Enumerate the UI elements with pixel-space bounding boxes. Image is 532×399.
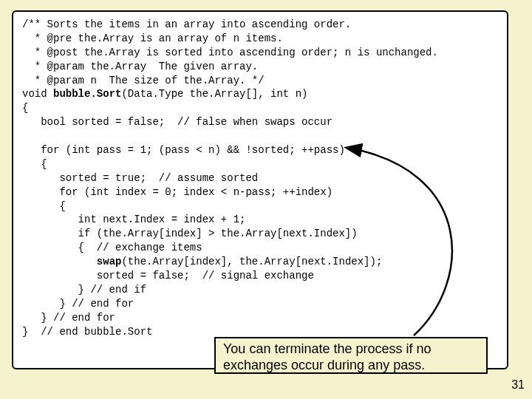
callout-line-1: You can terminate the process if no — [223, 341, 479, 358]
code-line: } // end for — [22, 298, 134, 310]
code-line: * @pre the.Array is an array of n items. — [22, 33, 283, 44]
code-block: /** Sorts the items in an array into asc… — [22, 18, 498, 338]
code-line: void bubble.Sort(Data.Type the.Array[], … — [22, 88, 307, 100]
page-number: 31 — [511, 378, 525, 392]
code-box: /** Sorts the items in an array into asc… — [12, 10, 508, 369]
code-line: if (the.Array[index] > the.Array[next.In… — [22, 228, 358, 239]
code-line: sorted = true; // assume sorted — [22, 172, 258, 184]
code-line: for (int index = 0; index < n-pass; ++in… — [22, 186, 332, 198]
code-line: } // end bubble.Sort — [22, 326, 152, 338]
code-line: int next.Index = index + 1; — [22, 214, 245, 225]
callout-box: You can terminate the process if no exch… — [214, 337, 488, 374]
callout-line-2: exchanges occur during any pass. — [223, 358, 479, 374]
code-line: * @param the.Array The given array. — [22, 61, 258, 72]
code-line: { — [22, 158, 47, 170]
code-line: * @param n The size of the.Array. */ — [22, 75, 265, 86]
code-line: } // end for — [22, 312, 115, 324]
code-line: sorted = false; // signal exchange — [22, 270, 314, 282]
code-line: { — [22, 200, 66, 212]
code-line: for (int pass = 1; (pass < n) && !sorted… — [22, 144, 345, 156]
code-line: /** Sorts the items in an array into asc… — [22, 18, 351, 30]
code-line: { — [22, 102, 28, 114]
code-line: * @post the.Array is sorted into ascendi… — [22, 47, 438, 58]
code-line: bool sorted = false; // false when swaps… — [22, 116, 332, 128]
code-line: swap(the.Array[index], the.Array[next.In… — [22, 256, 382, 267]
code-line: } // end if — [22, 284, 146, 296]
code-line: { // exchange items — [22, 242, 202, 253]
